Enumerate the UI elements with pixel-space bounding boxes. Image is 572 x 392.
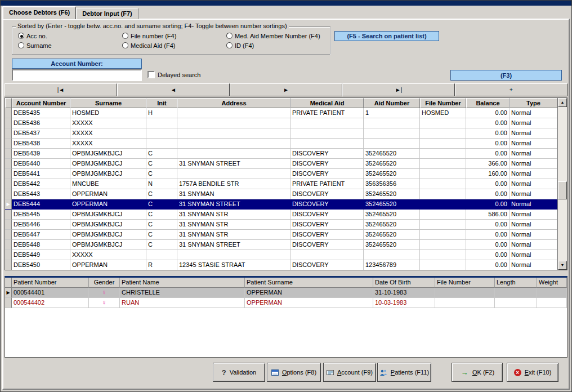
- debtor-cell[interactable]: 366.00: [466, 159, 510, 169]
- patient-column-header[interactable]: File Number: [435, 278, 495, 288]
- debtor-cell[interactable]: HOSMED: [420, 108, 466, 118]
- debtor-cell[interactable]: 12345 STASIE STRAAT: [177, 260, 291, 270]
- patient-cell[interactable]: 10-03-1983: [373, 298, 435, 308]
- f5-search-patient-button[interactable]: (F5 - Search on patient list): [334, 31, 439, 41]
- debtor-cell[interactable]: XXXXX: [70, 128, 146, 139]
- debtor-cell[interactable]: 352465520: [364, 240, 420, 250]
- debtor-cell[interactable]: OPBMJGMKBJCJ: [70, 210, 146, 220]
- debtor-row[interactable]: DEB5450OPPERMANR12345 STASIE STRAATDISCO…: [5, 260, 557, 270]
- debtor-cell[interactable]: MNCUBE: [70, 179, 146, 189]
- debtor-cell[interactable]: PRIVATE PATIENT: [291, 108, 364, 118]
- debtor-cell[interactable]: DEB5446: [12, 220, 70, 230]
- debtor-cell[interactable]: 352465520: [364, 210, 420, 220]
- patient-row[interactable]: ▶000544401♀CHRISTELLEOPPERMAN31-10-1983: [5, 288, 567, 298]
- debtor-cell[interactable]: 586.00: [466, 210, 510, 220]
- debtor-cell[interactable]: [177, 250, 291, 260]
- account-button[interactable]: Account (F9): [323, 363, 376, 382]
- debtor-cell[interactable]: 31 SNYMAN STREET: [177, 199, 291, 210]
- debtor-column-header[interactable]: Address: [177, 98, 291, 108]
- debtor-row[interactable]: DEB5440OPBMJGMKBJCJC31 SNYMAN STREETDISC…: [5, 159, 557, 169]
- debtor-cell[interactable]: DISCOVERY: [291, 210, 364, 220]
- debtor-row[interactable]: DEB5441OPBMJGMKBJCJCDISCOVERY35246552016…: [5, 169, 557, 179]
- debtor-cell[interactable]: Normal: [510, 149, 557, 159]
- debtor-cell[interactable]: 0.00: [466, 139, 510, 149]
- scroll-down-icon[interactable]: ▼: [558, 261, 567, 270]
- debtor-cell[interactable]: PRIVATE PATIENT: [291, 179, 364, 189]
- debtor-cell[interactable]: 0.00: [466, 108, 510, 118]
- debtor-cell[interactable]: DEB5438: [12, 139, 70, 149]
- patient-cell[interactable]: [435, 298, 495, 308]
- tab-debtor-input[interactable]: Debtor Input (F7): [76, 8, 138, 19]
- debtor-cell[interactable]: 352465520: [364, 189, 420, 199]
- debtor-cell[interactable]: 0.00: [466, 220, 510, 230]
- debtor-cell[interactable]: [420, 230, 466, 240]
- radio-file-number[interactable]: File number (F4): [122, 31, 226, 41]
- debtor-row[interactable]: DEB5446OPBMJGMKBJCJC31 SNYMAN STRDISCOVE…: [5, 220, 557, 230]
- patient-column-header[interactable]: Gender: [89, 278, 120, 288]
- debtor-cell[interactable]: OPBMJGMKBJCJ: [70, 169, 146, 179]
- debtor-cell[interactable]: N: [146, 179, 177, 189]
- debtor-cell[interactable]: [364, 250, 420, 260]
- debtor-cell[interactable]: C: [146, 189, 177, 199]
- debtor-cell[interactable]: DEB5443: [12, 189, 70, 199]
- debtor-cell[interactable]: [420, 159, 466, 169]
- debtor-cell[interactable]: Normal: [510, 260, 557, 270]
- debtor-cell[interactable]: DEB5445: [12, 210, 70, 220]
- nav-insert-button[interactable]: +: [455, 83, 567, 96]
- debtor-cell[interactable]: 352465520: [364, 220, 420, 230]
- debtor-cell[interactable]: C: [146, 230, 177, 240]
- debtor-cell[interactable]: Normal: [510, 118, 557, 128]
- radio-id-number[interactable]: ID (F4): [226, 41, 328, 50]
- debtor-cell[interactable]: DEB5440: [12, 159, 70, 169]
- radio-acc-no[interactable]: Acc no.: [18, 31, 122, 41]
- debtor-cell[interactable]: XXXXX: [70, 118, 146, 128]
- debtor-cell[interactable]: 0.00: [466, 179, 510, 189]
- debtor-cell[interactable]: Normal: [510, 220, 557, 230]
- debtor-cell[interactable]: DEB5436: [12, 118, 70, 128]
- debtor-cell[interactable]: 0.00: [466, 149, 510, 159]
- debtor-row[interactable]: DEB5438XXXXX0.00Normal: [5, 139, 557, 149]
- patient-cell[interactable]: 31-10-1983: [373, 288, 435, 298]
- debtor-cell[interactable]: 352465520: [364, 159, 420, 169]
- radio-medical-aid[interactable]: Medical Aid (F4): [122, 41, 226, 50]
- debtor-cell[interactable]: OPBMJGMKBJCJ: [70, 220, 146, 230]
- debtor-cell[interactable]: 160.00: [466, 169, 510, 179]
- debtor-cell[interactable]: 0.00: [466, 260, 510, 270]
- patient-cell[interactable]: [495, 288, 537, 298]
- debtor-cell[interactable]: [420, 260, 466, 270]
- debtor-cell[interactable]: [420, 240, 466, 250]
- debtor-cell[interactable]: [177, 128, 291, 139]
- debtor-row[interactable]: ▶DEB5444OPPERMANC31 SNYMAN STREETDISCOVE…: [5, 199, 557, 210]
- debtor-cell[interactable]: C: [146, 169, 177, 179]
- debtor-cell[interactable]: 31 SNYMAN STREET: [177, 240, 291, 250]
- debtor-cell[interactable]: C: [146, 159, 177, 169]
- debtor-cell[interactable]: OPPERMAN: [70, 199, 146, 210]
- debtor-cell[interactable]: DISCOVERY: [291, 189, 364, 199]
- debtor-cell[interactable]: [420, 169, 466, 179]
- patient-cell[interactable]: [537, 288, 567, 298]
- scrollbar-thumb[interactable]: [558, 181, 567, 199]
- debtor-cell[interactable]: [364, 128, 420, 139]
- debtor-cell[interactable]: 31 SNYMAN STR: [177, 210, 291, 220]
- gender-female-icon[interactable]: ♀: [89, 298, 120, 308]
- nav-first-button[interactable]: |◄: [5, 83, 117, 96]
- debtor-cell[interactable]: DISCOVERY: [291, 220, 364, 230]
- patient-cell[interactable]: RUAN: [120, 298, 245, 308]
- debtor-cell[interactable]: DEB5449: [12, 250, 70, 260]
- debtor-cell[interactable]: OPBMJGMKBJCJ: [70, 240, 146, 250]
- debtor-cell[interactable]: DISCOVERY: [291, 149, 364, 159]
- delayed-search-checkbox[interactable]: Delayed search: [148, 71, 200, 78]
- options-button[interactable]: Options (F8): [267, 363, 321, 382]
- debtor-row[interactable]: DEB5449XXXXX0.00Normal: [5, 250, 557, 260]
- nav-prior-button[interactable]: ◄: [117, 83, 230, 96]
- debtor-cell[interactable]: 123456789: [364, 260, 420, 270]
- debtor-column-header[interactable]: Init: [146, 98, 177, 108]
- nav-last-button[interactable]: ►|: [342, 83, 455, 96]
- debtor-row[interactable]: DEB5436XXXXX0.00Normal: [5, 118, 557, 128]
- debtor-column-header[interactable]: Medical Aid: [291, 98, 364, 108]
- debtor-cell[interactable]: H: [146, 108, 177, 118]
- debtor-cell[interactable]: [177, 118, 291, 128]
- debtor-cell[interactable]: [291, 139, 364, 149]
- radio-med-aid-member-number[interactable]: Med. Aid Member Number (F4): [226, 31, 328, 41]
- debtor-column-header[interactable]: File Number: [420, 98, 466, 108]
